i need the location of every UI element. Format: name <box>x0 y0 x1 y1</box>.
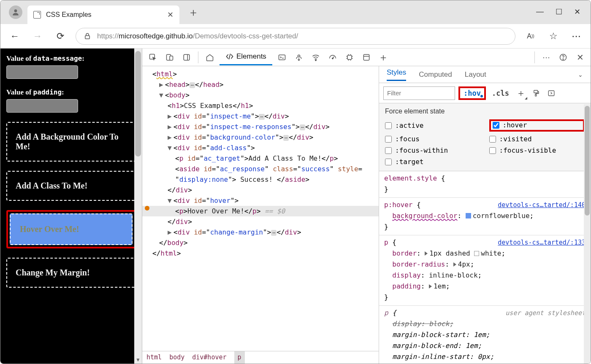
tab-title: CSS Examples <box>46 11 162 19</box>
chk-active[interactable]: :active <box>385 119 481 132</box>
more-tools-icon[interactable]: ⋯ <box>539 50 553 65</box>
crumb-div-hover[interactable]: div#hover <box>192 352 226 363</box>
hov-toggle-button[interactable]: :hov <box>458 86 486 100</box>
breadcrumbs[interactable]: html body div#hover p <box>142 351 379 364</box>
close-tab-icon[interactable]: ✕ <box>167 10 174 19</box>
devtools: Elements ＋ ⋯ ✕ <html> ▶<head>⋯</head> ▼<… <box>142 49 591 364</box>
force-state-panel: Force element state :active :hover :focu… <box>379 103 591 171</box>
network-icon[interactable] <box>309 50 323 65</box>
highlight-hover-box: Hover Over Me! <box>6 210 136 248</box>
svg-point-8 <box>298 55 300 57</box>
page-icon <box>33 11 41 19</box>
styles-filter-bar: :hov .cls ＋ <box>379 83 591 103</box>
cornflowerblue-swatch-icon[interactable] <box>466 213 471 218</box>
inspect-icon[interactable] <box>146 50 160 65</box>
input-data-message[interactable] <box>6 65 78 79</box>
webpage-view: Value of data-message: Value of padding:… <box>0 49 142 364</box>
svg-rect-4 <box>170 56 173 60</box>
device-icon[interactable] <box>163 50 177 65</box>
console-icon[interactable] <box>275 50 289 65</box>
panel-icon[interactable] <box>179 50 194 65</box>
plus-icon[interactable]: ＋ <box>376 50 390 65</box>
tab-elements[interactable]: Elements <box>220 49 272 65</box>
label-data-message: Value of data-message: <box>6 54 136 63</box>
tab-styles[interactable]: Styles <box>387 68 406 81</box>
refresh-button[interactable]: ⟳ <box>53 29 68 44</box>
chk-target[interactable]: :target <box>385 158 481 166</box>
styles-pane: Styles Computed Layout ⌄ :hov .cls ＋ For… <box>379 66 591 364</box>
svg-rect-7 <box>279 55 285 60</box>
chk-visited[interactable]: :visited <box>489 135 585 143</box>
css-rules[interactable]: element.style {} devtools-cs…tarted/:140… <box>379 171 591 364</box>
svg-point-9 <box>315 59 317 61</box>
back-button[interactable]: ← <box>7 29 22 44</box>
address-bar: ← → ⟳ https://microsoftedge.github.io/De… <box>0 24 591 49</box>
chk-focus-visible[interactable]: :focus-visible <box>489 146 585 154</box>
more-icon[interactable]: ⋯ <box>569 29 584 44</box>
sources-icon[interactable] <box>292 50 306 65</box>
browser-tab[interactable]: CSS Examples ✕ <box>27 5 179 24</box>
highlight-hover-checkbox: :hover <box>489 119 585 132</box>
devtools-toolbar: Elements ＋ ⋯ ✕ <box>142 49 591 66</box>
page-scrollbar[interactable]: ▲ ▼ <box>134 49 142 364</box>
box-hover[interactable]: Hover Over Me! <box>10 213 133 245</box>
styles-scrollbar[interactable] <box>584 104 591 364</box>
close-devtools-icon[interactable]: ✕ <box>573 50 587 65</box>
url-field[interactable]: https://microsoftedge.github.io/Demos/de… <box>76 28 515 45</box>
minimize-button[interactable]: — <box>536 7 544 16</box>
crumb-p[interactable]: p <box>234 351 245 364</box>
svg-point-10 <box>332 58 333 59</box>
svg-rect-11 <box>347 55 352 59</box>
chk-hover[interactable]: :hover <box>493 121 527 129</box>
box-background-color[interactable]: Add A Background Color To Me! <box>6 122 136 162</box>
window-controls: — ☐ ✕ <box>536 7 591 24</box>
performance-icon[interactable] <box>325 50 340 65</box>
box-change-margin[interactable]: Change My Margin! <box>6 258 136 288</box>
svg-rect-12 <box>363 54 369 60</box>
lock-icon <box>84 32 91 40</box>
svg-point-0 <box>14 9 17 12</box>
crumb-html[interactable]: html <box>146 352 162 363</box>
input-padding[interactable] <box>6 99 78 113</box>
favorite-icon[interactable]: ☆ <box>546 29 561 44</box>
cls-toggle-button[interactable]: .cls <box>489 88 512 98</box>
close-window-button[interactable]: ✕ <box>574 7 580 16</box>
dom-tree[interactable]: <html> ▶<head>⋯</head> ▼<body> <h1>CSS E… <box>142 66 379 364</box>
filter-input[interactable] <box>383 86 455 100</box>
svg-rect-17 <box>535 94 537 96</box>
help-icon[interactable] <box>556 50 570 65</box>
tab-computed[interactable]: Computed <box>419 70 452 79</box>
force-state-title: Force element state <box>385 108 585 115</box>
svg-rect-5 <box>184 54 190 60</box>
chk-focus-within[interactable]: :focus-within <box>385 146 481 154</box>
crumb-body[interactable]: body <box>169 352 184 363</box>
maximize-button[interactable]: ☐ <box>556 7 562 16</box>
scrollbar-thumb[interactable] <box>135 51 141 156</box>
tab-layout[interactable]: Layout <box>465 70 486 79</box>
svg-rect-18 <box>548 91 554 96</box>
new-style-rule-icon[interactable]: ＋ <box>515 87 527 99</box>
welcome-icon[interactable] <box>203 50 217 65</box>
label-padding: Value of padding: <box>6 88 136 97</box>
chk-focus[interactable]: :focus <box>385 135 481 143</box>
white-swatch-icon[interactable] <box>474 251 479 256</box>
svg-rect-1 <box>85 35 90 39</box>
svg-rect-16 <box>534 90 538 93</box>
profile-avatar[interactable] <box>9 5 22 19</box>
paint-icon[interactable] <box>530 87 542 99</box>
styles-tabs: Styles Computed Layout ⌄ <box>379 66 591 83</box>
url-text: https://microsoftedge.github.io/Demos/de… <box>97 32 298 40</box>
browser-tab-strip: CSS Examples ✕ ＋ — ☐ ✕ <box>0 0 591 24</box>
box-add-class[interactable]: Add A Class To Me! <box>6 171 136 201</box>
svg-point-15 <box>563 59 564 59</box>
memory-icon[interactable] <box>342 50 357 65</box>
source-link[interactable]: devtools-cs…tarted/:140 <box>498 200 586 210</box>
source-link[interactable]: devtools-cs…tarted/:133 <box>498 237 586 248</box>
application-icon[interactable] <box>359 50 374 65</box>
new-tab-button[interactable]: ＋ <box>188 5 199 20</box>
computed-panel-icon[interactable] <box>545 87 557 99</box>
force-state-indicator-icon <box>145 206 149 210</box>
forward-button: → <box>30 29 45 44</box>
read-aloud-icon[interactable]: A)) <box>523 29 538 44</box>
chevron-down-icon[interactable]: ⌄ <box>578 71 583 78</box>
